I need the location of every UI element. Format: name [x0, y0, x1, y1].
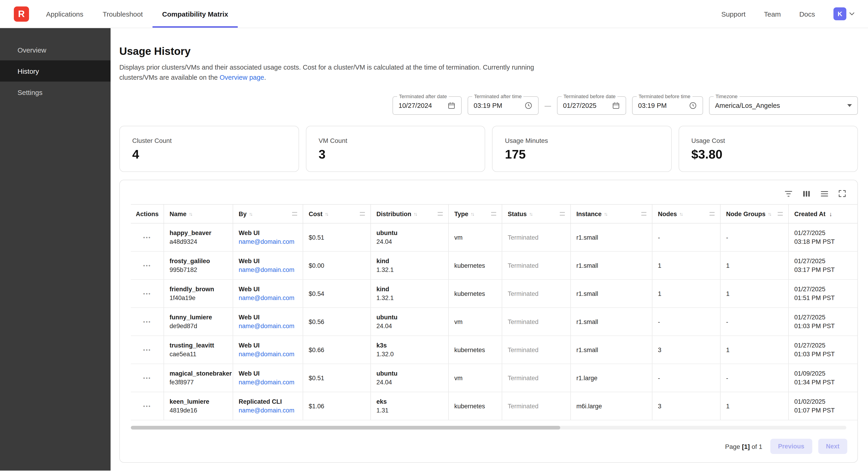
by-cell: Web UI name@domain.com: [233, 308, 303, 335]
email-link[interactable]: name@domain.com: [239, 265, 297, 274]
terminated-before-time-field[interactable]: Terminated before time 03:19 PM: [632, 96, 703, 115]
email-link[interactable]: name@domain.com: [239, 350, 297, 358]
created-date: 01/27/2025: [794, 285, 852, 294]
row-actions-button[interactable]: •••: [140, 317, 154, 326]
column-resize-handle[interactable]: [292, 212, 297, 216]
filter-icon[interactable]: [783, 188, 793, 199]
row-actions-button[interactable]: •••: [140, 233, 154, 242]
cluster-name: frosty_galileo: [169, 257, 227, 265]
next-button[interactable]: Next: [818, 439, 847, 454]
distribution-cell: ubuntu 24.04: [371, 224, 449, 251]
column-header-status[interactable]: Status↑↓: [502, 205, 571, 223]
actions-cell: •••: [131, 364, 164, 392]
stat-card-usage-cost: Usage Cost $3.80: [678, 126, 858, 172]
horizontal-scrollbar[interactable]: [131, 426, 846, 430]
column-resize-handle[interactable]: [491, 212, 496, 216]
clock-icon[interactable]: [524, 101, 533, 110]
actions-cell: •••: [131, 280, 164, 307]
column-resize-handle[interactable]: [641, 212, 646, 216]
sidebar-item-settings[interactable]: Settings: [0, 82, 111, 103]
replicated-logo[interactable]: R: [14, 6, 29, 22]
by-cell: Web UI name@domain.com: [233, 364, 303, 392]
nav-item-compatibility-matrix[interactable]: Compatibility Matrix: [153, 0, 238, 28]
sidebar: Overview History Settings: [0, 28, 111, 471]
email-link[interactable]: name@domain.com: [239, 378, 297, 387]
row-actions-button[interactable]: •••: [140, 374, 154, 382]
sort-icon: ↑↓: [679, 211, 682, 216]
nav-link-team[interactable]: Team: [764, 10, 781, 18]
distribution-cell: ubuntu 24.04: [371, 308, 449, 335]
status-badge: Terminated: [508, 317, 565, 326]
column-header-node-groups[interactable]: Node Groups↑↓: [720, 205, 789, 223]
email-link[interactable]: name@domain.com: [239, 294, 297, 302]
timezone-select[interactable]: Timezone America/Los_Angeles: [709, 96, 858, 115]
sidebar-item-history[interactable]: History: [0, 60, 111, 82]
nodes-cell: 1: [652, 280, 720, 307]
column-header-type[interactable]: Type↑↓: [449, 205, 502, 223]
terminated-after-time-field[interactable]: Terminated after time 03:19 PM: [468, 96, 538, 115]
instance-cell: m6i.large: [571, 392, 652, 420]
dropdown-arrow-icon: [847, 104, 852, 107]
column-resize-handle[interactable]: [560, 212, 565, 216]
created-at-cell: 01/09/2025 01:34 PM PST: [789, 364, 858, 392]
column-header-distribution[interactable]: Distribution↑↓: [371, 205, 449, 223]
sidebar-item-overview[interactable]: Overview: [0, 39, 111, 60]
email-link[interactable]: name@domain.com: [239, 406, 297, 415]
columns-icon[interactable]: [801, 188, 811, 199]
field-label: Terminated after date: [397, 93, 449, 99]
type-cell: vm: [449, 364, 502, 392]
row-actions-button[interactable]: •••: [140, 346, 154, 354]
sort-icon: ↑↓: [189, 211, 192, 216]
calendar-icon[interactable]: [447, 101, 456, 110]
nav-item-applications[interactable]: Applications: [36, 0, 93, 28]
created-at-cell: 01/27/2025 01:03 PM PST: [789, 308, 858, 335]
column-header-instance[interactable]: Instance↑↓: [571, 205, 652, 223]
column-header-created-at[interactable]: Created At↓: [789, 205, 858, 223]
previous-button[interactable]: Previous: [770, 439, 812, 454]
created-at-cell: 01/27/2025 01:51 PM PST: [789, 280, 858, 307]
nav-link-support[interactable]: Support: [721, 10, 745, 18]
email-link[interactable]: name@domain.com: [239, 322, 297, 330]
by-cell: Web UI name@domain.com: [233, 252, 303, 279]
column-resize-handle[interactable]: [438, 212, 443, 216]
column-header-by[interactable]: By↑↓: [233, 205, 303, 223]
cluster-name: trusting_leavitt: [169, 341, 227, 350]
terminated-after-date-field[interactable]: Terminated after date 10/27/2024: [393, 96, 462, 115]
node-groups-cell: -: [720, 308, 789, 335]
scrollbar-thumb[interactable]: [131, 426, 560, 430]
node-groups-cell: 1: [720, 392, 789, 420]
row-actions-button[interactable]: •••: [140, 402, 154, 410]
nav-item-troubleshoot[interactable]: Troubleshoot: [93, 0, 153, 28]
clock-icon[interactable]: [689, 101, 697, 110]
column-header-name[interactable]: Name↑↓: [164, 205, 233, 223]
sort-icon: ↑↓: [768, 211, 771, 216]
by-cell: Replicated CLI name@domain.com: [233, 392, 303, 420]
nav-link-docs[interactable]: Docs: [799, 10, 815, 18]
density-icon[interactable]: [819, 188, 829, 199]
table-row: ••• magical_stonebraker fe3f8977 Web UI …: [131, 364, 858, 392]
calendar-icon[interactable]: [612, 101, 620, 110]
overview-page-link[interactable]: Overview page: [220, 74, 264, 81]
fullscreen-icon[interactable]: [837, 188, 847, 199]
column-resize-handle[interactable]: [360, 212, 365, 216]
field-value: 03:19 PM: [638, 102, 684, 109]
actions-cell: •••: [131, 252, 164, 279]
top-navigation: R Applications Troubleshoot Compatibilit…: [0, 0, 868, 28]
row-actions-button[interactable]: •••: [140, 289, 154, 298]
email-link[interactable]: name@domain.com: [239, 237, 297, 246]
created-time: 01:51 PM PST: [794, 294, 852, 302]
distribution-version: 24.04: [376, 237, 443, 246]
status-cell: Terminated: [502, 280, 571, 307]
row-actions-button[interactable]: •••: [140, 261, 154, 270]
date-range-separator: —: [545, 102, 551, 109]
secondary-nav: Support Team Docs K: [721, 0, 856, 28]
distribution-name: k3s: [376, 341, 443, 350]
stat-label: Cluster Count: [132, 137, 286, 144]
sort-icon: ↑↓: [249, 211, 252, 216]
column-header-cost[interactable]: Cost↑↓: [303, 205, 371, 223]
account-menu-button[interactable]: K: [833, 7, 856, 20]
column-resize-handle[interactable]: [710, 212, 715, 216]
column-header-nodes[interactable]: Nodes↑↓: [652, 205, 720, 223]
column-resize-handle[interactable]: [778, 212, 783, 216]
terminated-before-date-field[interactable]: Terminated before date 01/27/2025: [557, 96, 626, 115]
